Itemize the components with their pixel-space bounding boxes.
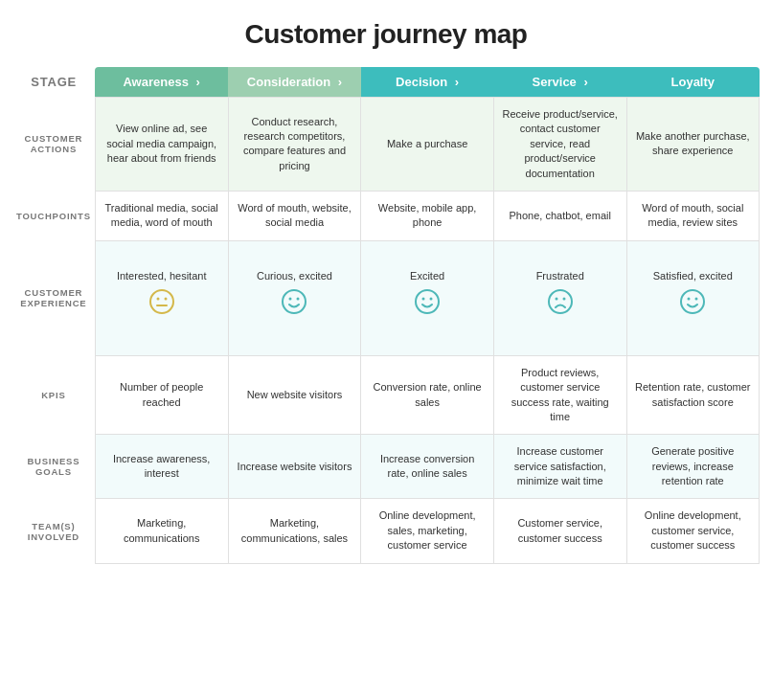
cell-actions-1: Conduct research, research competitors, … [228, 98, 361, 192]
stage-awareness: Awareness › [95, 67, 228, 98]
svg-point-5 [289, 297, 292, 300]
cell-touchpoints-2: Website, mobile app, phone [361, 191, 493, 240]
cell-touchpoints-4: Word of mouth, social media, review site… [626, 191, 759, 240]
cell-goals-3: Increase customer service satisfaction, … [493, 435, 626, 499]
stage-label: STAGE [12, 67, 95, 98]
row-touchpoints: TOUCHPOINTSTraditional media, social med… [12, 191, 760, 240]
row-label-actions: CUSTOMER ACTIONS [12, 98, 95, 192]
cell-touchpoints-1: Word of mouth, website, social media [228, 191, 361, 240]
stage-service: Service › [493, 67, 626, 98]
svg-point-13 [681, 290, 704, 313]
row-label-goals: BUSINESS GOALS [12, 435, 95, 499]
cell-experience-1: Curious, excited [228, 240, 361, 355]
svg-point-1 [156, 297, 159, 300]
stage-decision: Decision › [361, 67, 493, 98]
row-label-touchpoints: TOUCHPOINTS [12, 191, 95, 240]
cell-kpis-3: Product reviews, customer service succes… [493, 355, 626, 435]
row-label-teams: TEAM(S) INVOLVED [12, 499, 95, 563]
cell-goals-0: Increase awareness, interest [95, 435, 228, 499]
svg-point-0 [150, 290, 173, 313]
row-label-experience: CUSTOMER EXPERIENCE [12, 240, 95, 355]
row-label-kpis: KPIS [12, 355, 95, 435]
cell-teams-3: Customer service, customer success [493, 499, 626, 563]
row-experience: CUSTOMER EXPERIENCEInterested, hesitant … [12, 240, 760, 355]
cell-teams-2: Online development, sales, marketing, cu… [361, 499, 493, 563]
cell-kpis-4: Retention rate, customer satisfaction sc… [626, 355, 759, 435]
cell-experience-2: Excited [361, 240, 493, 355]
row-teams: TEAM(S) INVOLVEDMarketing, communication… [12, 499, 760, 563]
cell-teams-0: Marketing, communications [95, 499, 228, 563]
svg-point-9 [430, 297, 433, 300]
cell-kpis-1: New website visitors [228, 355, 361, 435]
cell-touchpoints-0: Traditional media, social media, word of… [95, 191, 228, 240]
stage-consideration: Consideration › [228, 67, 361, 98]
cell-experience-0: Interested, hesitant [95, 240, 228, 355]
cell-goals-1: Increase website visitors [228, 435, 361, 499]
svg-point-7 [416, 290, 439, 313]
svg-point-8 [422, 297, 425, 300]
row-kpis: KPISNumber of people reachedNew website … [12, 355, 760, 435]
svg-point-2 [164, 297, 167, 300]
svg-point-15 [695, 297, 698, 300]
cell-kpis-0: Number of people reached [95, 355, 228, 435]
stage-header-row: STAGE Awareness › Consideration › Decisi… [12, 67, 760, 98]
cell-actions-0: View online ad, see social media campaig… [95, 98, 228, 192]
svg-point-4 [283, 290, 306, 313]
svg-point-14 [688, 297, 691, 300]
cell-goals-2: Increase conversion rate, online sales [361, 435, 493, 499]
cell-touchpoints-3: Phone, chatbot, email [493, 191, 626, 240]
stage-loyalty: Loyalty [626, 67, 759, 98]
svg-point-12 [562, 297, 565, 300]
cell-actions-3: Receive product/service, contact custome… [493, 98, 626, 192]
cell-teams-4: Online development, customer service, cu… [626, 499, 759, 563]
cell-experience-4: Satisfied, excited [626, 240, 759, 355]
cell-actions-2: Make a purchase [361, 98, 493, 192]
svg-point-10 [549, 290, 572, 313]
cell-teams-1: Marketing, communications, sales [228, 499, 361, 563]
svg-point-11 [555, 297, 557, 300]
page-title: Customer journey map [245, 19, 528, 50]
cell-actions-4: Make another purchase, share experience [626, 98, 759, 192]
cell-experience-3: Frustrated [493, 240, 626, 355]
journey-map-table: STAGE Awareness › Consideration › Decisi… [12, 67, 760, 564]
svg-point-6 [297, 297, 300, 300]
cell-kpis-2: Conversion rate, online sales [361, 355, 493, 435]
cell-goals-4: Generate positive reviews, increase rete… [626, 435, 759, 499]
row-actions: CUSTOMER ACTIONSView online ad, see soci… [12, 98, 760, 192]
row-goals: BUSINESS GOALSIncrease awareness, intere… [12, 435, 760, 499]
